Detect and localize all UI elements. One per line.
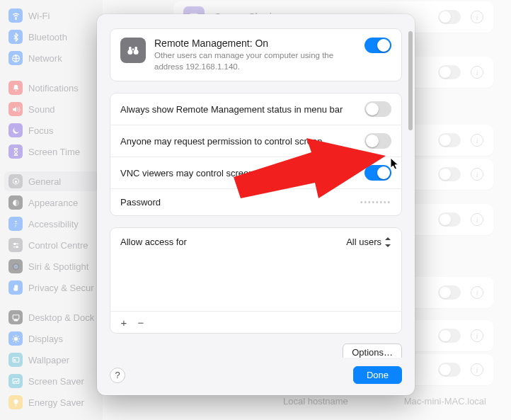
password-field[interactable]: •••••••• bbox=[360, 198, 391, 206]
sidebar-item-screen-saver[interactable]: Screen Saver bbox=[4, 371, 98, 391]
sidebar-item-sound[interactable]: Sound bbox=[4, 99, 98, 119]
sidebar-label: Wallpaper bbox=[28, 355, 69, 365]
toggle-off[interactable] bbox=[438, 212, 461, 227]
modal-title: Remote Management: On bbox=[154, 38, 356, 49]
sidebar-item-control-centre[interactable]: Control Centre bbox=[4, 235, 98, 255]
svg-rect-21 bbox=[135, 47, 137, 50]
sidebar-item-siri[interactable]: Siri & Spotlight bbox=[4, 256, 98, 276]
sidebar-label: Bluetooth bbox=[28, 32, 67, 42]
svg-rect-10 bbox=[13, 314, 19, 319]
allow-access-label: Allow access for bbox=[120, 237, 187, 247]
svg-point-5 bbox=[13, 243, 15, 244]
remote-management-modal: Remote Management: On Other users can ma… bbox=[97, 14, 415, 395]
add-user-button[interactable]: + bbox=[116, 315, 132, 329]
sidebar-label: Focus bbox=[28, 125, 53, 136]
toggle-off[interactable] bbox=[438, 285, 461, 300]
toggle-off[interactable] bbox=[438, 167, 461, 181]
vnc-toggle[interactable] bbox=[364, 165, 391, 181]
sidebar-label: Wi-Fi bbox=[28, 11, 50, 21]
sidebar-item-screen-time[interactable]: Screen Time bbox=[4, 142, 98, 161]
sidebar-item-desktop-dock[interactable]: Desktop & Dock bbox=[4, 307, 98, 327]
status-menu-toggle[interactable] bbox=[364, 101, 391, 117]
svg-point-7 bbox=[12, 263, 19, 270]
sidebar-item-accessibility[interactable]: Accessibility bbox=[4, 214, 98, 234]
sidebar-item-appearance[interactable]: Appearance bbox=[4, 193, 98, 212]
allow-access-select[interactable]: All users bbox=[346, 237, 391, 247]
local-hostname-value: Mac-mini-MAC.local bbox=[404, 396, 486, 407]
bulb-icon bbox=[8, 395, 23, 409]
siri-icon bbox=[8, 259, 23, 273]
toggle-off[interactable] bbox=[438, 329, 461, 343]
hand-icon bbox=[8, 280, 23, 295]
bell-icon bbox=[8, 81, 23, 95]
toggle-off[interactable] bbox=[438, 363, 461, 377]
bluetooth-icon bbox=[8, 30, 23, 44]
allow-access-card: Allow access for All users + − bbox=[110, 227, 402, 334]
info-icon[interactable]: i bbox=[471, 213, 483, 226]
toggle-off[interactable] bbox=[438, 10, 461, 24]
remove-user-button[interactable]: − bbox=[133, 315, 149, 329]
sidebar-label: Accessibility bbox=[28, 219, 79, 229]
svg-rect-11 bbox=[13, 319, 17, 320]
sidebar-item-notifications[interactable]: Notifications bbox=[4, 78, 98, 98]
sidebar-item-displays[interactable]: Displays bbox=[4, 329, 98, 348]
scrollbar[interactable] bbox=[408, 31, 413, 130]
dock-icon bbox=[8, 310, 23, 324]
sidebar-item-network[interactable]: Network bbox=[4, 48, 98, 68]
wifi-icon bbox=[8, 8, 23, 23]
info-icon[interactable]: i bbox=[471, 168, 483, 181]
network-icon bbox=[8, 51, 23, 65]
gear-icon bbox=[8, 174, 23, 188]
screensaver-icon bbox=[8, 374, 23, 388]
sidebar-item-general[interactable]: General bbox=[4, 171, 98, 191]
info-icon[interactable]: i bbox=[471, 134, 483, 147]
sidebar-label: Appearance bbox=[28, 198, 78, 208]
sidebar-item-focus[interactable]: Focus bbox=[4, 120, 98, 140]
sidebar-label: Network bbox=[28, 53, 62, 64]
info-icon[interactable]: i bbox=[471, 363, 483, 376]
sidebar-label: Energy Saver bbox=[28, 397, 84, 408]
binoculars-icon bbox=[120, 38, 146, 63]
svg-point-4 bbox=[15, 220, 16, 222]
sidebar-item-privacy[interactable]: Privacy & Security bbox=[4, 278, 98, 297]
sidebar-label: Siri & Spotlight bbox=[28, 261, 88, 272]
row-label: VNC viewers may control screen with pass… bbox=[120, 168, 315, 178]
toggle-off[interactable] bbox=[438, 133, 461, 147]
row-label: Anyone may request permission to control… bbox=[120, 136, 322, 147]
sidebar-item-wifi[interactable]: Wi-Fi bbox=[4, 6, 98, 25]
moon-icon bbox=[8, 123, 23, 137]
sidebar-item-bluetooth[interactable]: Bluetooth bbox=[4, 27, 98, 47]
info-icon[interactable]: i bbox=[471, 11, 483, 23]
anyone-request-toggle[interactable] bbox=[364, 133, 391, 149]
display-icon bbox=[8, 331, 23, 346]
svg-point-18 bbox=[127, 50, 132, 55]
info-icon[interactable]: i bbox=[471, 286, 483, 299]
toggle-off[interactable] bbox=[438, 65, 461, 79]
sidebar-item-energy-saver[interactable]: Energy Saver bbox=[4, 392, 98, 412]
info-icon[interactable]: i bbox=[471, 66, 483, 79]
options-card: Always show Remote Management status in … bbox=[110, 93, 402, 216]
sidebar-label: Privacy & Security bbox=[28, 283, 94, 293]
help-button[interactable]: ? bbox=[110, 368, 125, 383]
sidebar-label: Control Centre bbox=[28, 240, 88, 251]
svg-point-19 bbox=[134, 50, 139, 55]
wallpaper-icon bbox=[8, 353, 23, 367]
row-label: Password bbox=[120, 197, 161, 208]
done-button[interactable]: Done bbox=[353, 366, 402, 384]
sidebar-item-wallpaper[interactable]: Wallpaper bbox=[4, 350, 98, 370]
modal-desc: Other users can manage your computer usi… bbox=[154, 50, 356, 72]
remote-management-toggle[interactable] bbox=[364, 38, 391, 53]
info-icon[interactable]: i bbox=[471, 329, 483, 342]
options-button[interactable]: Options… bbox=[343, 344, 402, 358]
svg-point-14 bbox=[13, 359, 15, 361]
sidebar-label: Displays bbox=[28, 334, 63, 344]
chevron-up-down-icon bbox=[384, 237, 391, 247]
sidebar-label: Screen Time bbox=[28, 147, 80, 157]
svg-point-0 bbox=[15, 18, 16, 19]
svg-point-12 bbox=[13, 336, 17, 340]
hourglass-icon bbox=[8, 144, 23, 159]
sidebar-label: Sound bbox=[28, 104, 55, 115]
svg-rect-22 bbox=[132, 49, 134, 51]
sidebar-label: Screen Saver bbox=[28, 376, 84, 387]
svg-point-2 bbox=[14, 180, 16, 182]
